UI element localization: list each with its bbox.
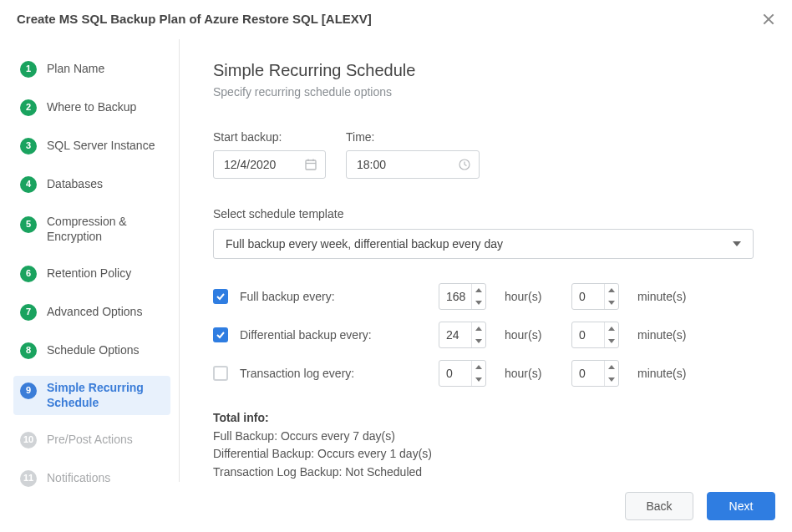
full-minutes-stepper[interactable]: [571, 283, 619, 310]
diff-minutes-input[interactable]: [572, 322, 604, 347]
tlog-hours-stepper[interactable]: [439, 360, 486, 387]
stepper-arrows: [471, 322, 485, 347]
step-number: 7: [20, 304, 37, 321]
start-backup-input-wrap: [213, 150, 326, 179]
diff-hours-input[interactable]: [439, 322, 471, 347]
tlog-minutes-input[interactable]: [572, 361, 604, 386]
full-hours-stepper[interactable]: [439, 283, 486, 310]
transaction-log-checkbox[interactable]: [213, 366, 228, 381]
start-backup-label: Start backup:: [213, 130, 326, 144]
step-number: 1: [20, 61, 37, 78]
step-label: SQL Server Instance: [47, 139, 155, 154]
arrow-up-icon[interactable]: [472, 322, 485, 335]
time-input-wrap: [346, 150, 480, 179]
step-label: Where to Backup: [47, 100, 136, 115]
diff-minutes-stepper[interactable]: [571, 322, 619, 348]
step-label: Databases: [47, 177, 103, 192]
transaction-log-row: Transaction log every: hour(s) minute(s): [213, 359, 759, 388]
stepper-arrows: [471, 284, 485, 309]
full-minutes-input[interactable]: [572, 284, 604, 309]
unit-hours: hour(s): [505, 367, 571, 380]
arrow-up-icon[interactable]: [472, 284, 485, 296]
dialog-header: Create MS SQL Backup Plan of Azure Resto…: [0, 0, 792, 39]
stepper-arrows: [604, 284, 618, 309]
unit-minutes: minute(s): [637, 367, 704, 380]
arrow-down-icon[interactable]: [472, 373, 485, 386]
content-pane: Simple Recurring Schedule Specify recurr…: [180, 39, 792, 482]
unit-minutes: minute(s): [637, 290, 704, 303]
dialog-title: Create MS SQL Backup Plan of Azure Resto…: [17, 12, 372, 26]
arrow-down-icon[interactable]: [472, 296, 485, 309]
step-number: 6: [20, 266, 37, 282]
time-input[interactable]: [346, 150, 480, 179]
page-subtitle: Specify recurring schedule options: [213, 85, 759, 99]
step-label: Advanced Options: [47, 305, 142, 320]
step-number: 9: [20, 383, 37, 399]
unit-hours: hour(s): [505, 328, 571, 342]
template-select[interactable]: Full backup every week, differential bac…: [213, 229, 754, 259]
step-label: Pre/Post Actions: [47, 433, 133, 448]
stepper-arrows: [604, 361, 618, 386]
dialog-body: 1 Plan Name 2 Where to Backup 3 SQL Serv…: [0, 39, 792, 482]
step-where-to-backup[interactable]: 2 Where to Backup: [13, 94, 170, 121]
wizard-sidebar: 1 Plan Name 2 Where to Backup 3 SQL Serv…: [0, 39, 180, 482]
stepper-arrows: [604, 322, 618, 347]
step-schedule-options[interactable]: 8 Schedule Options: [13, 337, 170, 364]
check-icon: [216, 291, 226, 301]
page-title: Simple Recurring Schedule: [213, 61, 759, 80]
next-button[interactable]: Next: [707, 492, 775, 520]
total-line-tlog: Transaction Log Backup: Not Scheduled: [213, 465, 422, 479]
step-number: 4: [20, 176, 37, 193]
step-retention-policy[interactable]: 6 Retention Policy: [13, 261, 170, 287]
tlog-minutes-stepper[interactable]: [571, 360, 619, 387]
start-backup-group: Start backup:: [213, 130, 326, 179]
stepper-arrows: [471, 361, 485, 386]
step-advanced-options[interactable]: 7 Advanced Options: [13, 299, 170, 326]
full-hours-input[interactable]: [439, 284, 471, 309]
unit-minutes: minute(s): [637, 328, 704, 342]
arrow-down-icon[interactable]: [472, 335, 485, 347]
dialog-footer: Back Next: [0, 482, 792, 532]
transaction-log-label: Transaction log every:: [240, 367, 439, 380]
differential-backup-row: Differential backup every: hour(s) minut…: [213, 321, 759, 349]
diff-hours-stepper[interactable]: [439, 322, 486, 348]
total-line-diff: Differential Backup: Occurs every 1 day(…: [213, 447, 432, 460]
total-heading: Total info:: [213, 411, 269, 424]
step-databases[interactable]: 4 Databases: [13, 171, 170, 198]
total-line-full: Full Backup: Occurs every 7 day(s): [213, 429, 395, 443]
time-label: Time:: [346, 130, 480, 144]
differential-backup-checkbox[interactable]: [213, 327, 228, 342]
step-label: Simple Recurring Schedule: [47, 381, 164, 410]
step-compression-encryption[interactable]: 5 Compression & Encryption: [13, 210, 170, 249]
step-label: Schedule Options: [47, 343, 140, 358]
arrow-down-icon[interactable]: [605, 296, 618, 309]
full-backup-checkbox[interactable]: [213, 289, 228, 304]
start-backup-input[interactable]: [213, 150, 326, 179]
full-backup-label: Full backup every:: [240, 290, 439, 303]
template-label: Select schedule template: [213, 207, 759, 220]
template-select-value: Full backup every week, differential bac…: [226, 237, 503, 251]
back-button[interactable]: Back: [625, 492, 693, 520]
total-info: Total info: Full Backup: Occurs every 7 …: [213, 409, 759, 482]
start-row: Start backup: Time:: [213, 130, 759, 179]
step-sql-server-instance[interactable]: 3 SQL Server Instance: [13, 133, 170, 160]
step-number: 8: [20, 342, 37, 359]
step-simple-recurring-schedule[interactable]: 9 Simple Recurring Schedule: [13, 376, 170, 415]
arrow-down-icon[interactable]: [605, 373, 618, 386]
time-group: Time:: [346, 130, 480, 179]
check-icon: [216, 330, 226, 340]
step-number: 5: [20, 216, 37, 233]
step-number: 10: [20, 432, 37, 448]
full-backup-row: Full backup every: hour(s) minute(s): [213, 282, 759, 311]
step-plan-name[interactable]: 1 Plan Name: [13, 56, 170, 83]
step-number: 2: [20, 99, 37, 116]
close-icon[interactable]: [762, 13, 775, 26]
step-pre-post-actions[interactable]: 10 Pre/Post Actions: [13, 427, 170, 453]
tlog-hours-input[interactable]: [439, 361, 471, 386]
arrow-down-icon[interactable]: [605, 335, 618, 347]
arrow-up-icon[interactable]: [605, 284, 618, 296]
arrow-up-icon[interactable]: [605, 361, 618, 373]
arrow-up-icon[interactable]: [605, 322, 618, 335]
step-number: 3: [20, 138, 37, 155]
arrow-up-icon[interactable]: [472, 361, 485, 373]
